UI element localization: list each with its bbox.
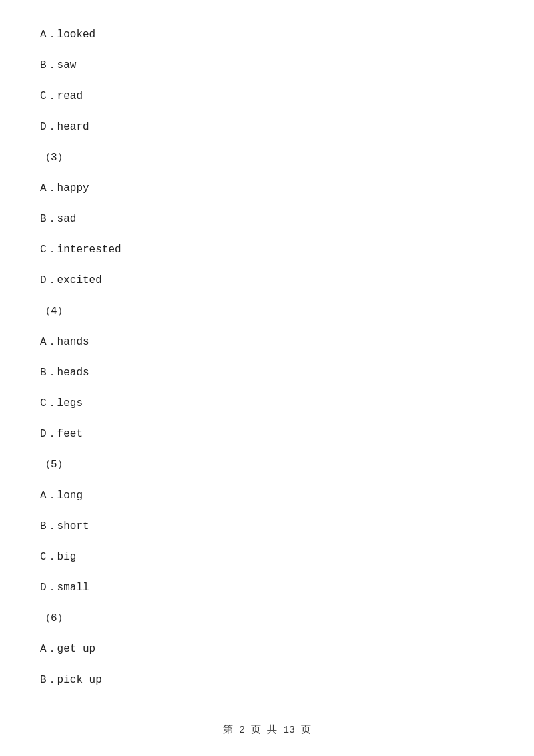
option-q2-a: A．looked: [40, 27, 494, 43]
option-q5-c: C．big: [40, 549, 494, 565]
page-footer: 第 2 页 共 13 页: [0, 723, 534, 736]
section-3: （3） A．happy B．sad C．interested D．excited: [40, 150, 494, 289]
option-q5-b: B．short: [40, 518, 494, 534]
option-q5-a: A．long: [40, 488, 494, 504]
question-number-6: （6）: [40, 610, 494, 626]
option-q2-c: C．read: [40, 88, 494, 104]
option-q4-a: A．hands: [40, 334, 494, 350]
section-4: （4） A．hands B．heads C．legs D．feet: [40, 303, 494, 442]
option-q3-d: D．excited: [40, 272, 494, 289]
option-q3-b: B．sad: [40, 211, 494, 227]
option-q4-d: D．feet: [40, 426, 494, 442]
option-q4-b: B．heads: [40, 365, 494, 381]
option-q5-d: D．small: [40, 580, 494, 596]
section-5: （5） A．long B．short C．big D．small: [40, 457, 494, 596]
option-q3-a: A．happy: [40, 180, 494, 196]
option-q2-d: D．heard: [40, 119, 494, 135]
question-number-5: （5）: [40, 457, 494, 473]
section-2: A．looked B．saw C．read D．heard: [40, 27, 494, 135]
question-number-3: （3）: [40, 150, 494, 166]
option-q4-c: C．legs: [40, 395, 494, 411]
option-q6-b: B．pick up: [40, 672, 494, 688]
option-q6-a: A．get up: [40, 641, 494, 657]
option-q3-c: C．interested: [40, 242, 494, 258]
page-content: A．looked B．saw C．read D．heard （3） A．happ…: [0, 0, 534, 743]
section-6: （6） A．get up B．pick up: [40, 610, 494, 688]
question-number-4: （4）: [40, 303, 494, 319]
option-q2-b: B．saw: [40, 57, 494, 73]
